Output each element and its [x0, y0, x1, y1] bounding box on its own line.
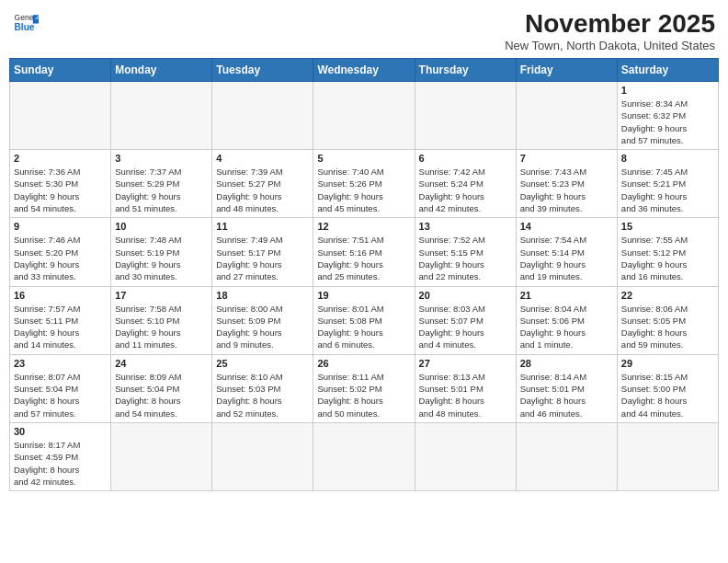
day-number: 7 [520, 153, 613, 164]
day-info: Sunrise: 7:49 AMSunset: 5:17 PMDaylight:… [216, 234, 309, 282]
calendar-cell: 24Sunrise: 8:09 AMSunset: 5:04 PMDayligh… [111, 354, 212, 422]
calendar-cell: 17Sunrise: 7:58 AMSunset: 5:10 PMDayligh… [111, 286, 212, 354]
calendar-cell: 30Sunrise: 8:17 AMSunset: 4:59 PMDayligh… [10, 422, 111, 490]
day-info: Sunrise: 7:36 AMSunset: 5:30 PMDaylight:… [14, 166, 107, 214]
day-info: Sunrise: 7:58 AMSunset: 5:10 PMDaylight:… [115, 303, 208, 351]
day-info: Sunrise: 7:55 AMSunset: 5:12 PMDaylight:… [621, 234, 714, 282]
calendar-cell: 5Sunrise: 7:40 AMSunset: 5:26 PMDaylight… [313, 150, 415, 218]
calendar-cell: 13Sunrise: 7:52 AMSunset: 5:15 PMDayligh… [415, 218, 516, 286]
day-number: 28 [520, 358, 613, 369]
calendar-cell [111, 82, 212, 150]
calendar-cell [212, 82, 313, 150]
page-header: General Blue November 2025 New Town, Nor… [9, 9, 719, 52]
day-number: 15 [621, 221, 714, 232]
calendar-cell: 1Sunrise: 8:34 AMSunset: 6:32 PMDaylight… [617, 82, 718, 150]
day-number: 12 [317, 221, 410, 232]
day-number: 6 [419, 153, 512, 164]
day-number: 13 [419, 221, 512, 232]
calendar-cell [111, 422, 212, 490]
weekday-header-row: SundayMondayTuesdayWednesdayThursdayFrid… [10, 59, 719, 82]
day-number: 5 [317, 153, 410, 164]
day-number: 10 [115, 221, 208, 232]
calendar-cell [313, 422, 415, 490]
day-number: 2 [14, 153, 107, 164]
calendar-cell: 2Sunrise: 7:36 AMSunset: 5:30 PMDaylight… [10, 150, 111, 218]
calendar-cell [313, 82, 415, 150]
day-number: 18 [216, 290, 309, 301]
calendar-cell [516, 82, 617, 150]
calendar-cell: 25Sunrise: 8:10 AMSunset: 5:03 PMDayligh… [212, 354, 313, 422]
day-number: 14 [520, 221, 613, 232]
weekday-header-friday: Friday [516, 59, 617, 82]
calendar-cell: 7Sunrise: 7:43 AMSunset: 5:23 PMDaylight… [516, 150, 617, 218]
weekday-header-saturday: Saturday [617, 59, 718, 82]
calendar-cell: 28Sunrise: 8:14 AMSunset: 5:01 PMDayligh… [516, 354, 617, 422]
weekday-header-sunday: Sunday [10, 59, 111, 82]
calendar-cell [415, 422, 516, 490]
calendar-cell: 6Sunrise: 7:42 AMSunset: 5:24 PMDaylight… [415, 150, 516, 218]
calendar-week-row: 9Sunrise: 7:46 AMSunset: 5:20 PMDaylight… [10, 218, 719, 286]
day-number: 24 [115, 358, 208, 369]
calendar-table: SundayMondayTuesdayWednesdayThursdayFrid… [9, 58, 719, 491]
day-number: 21 [520, 290, 613, 301]
weekday-header-monday: Monday [111, 59, 212, 82]
day-number: 1 [621, 85, 714, 96]
calendar-cell [516, 422, 617, 490]
calendar-cell: 12Sunrise: 7:51 AMSunset: 5:16 PMDayligh… [313, 218, 415, 286]
day-info: Sunrise: 7:52 AMSunset: 5:15 PMDaylight:… [419, 234, 512, 282]
day-number: 4 [216, 153, 309, 164]
day-info: Sunrise: 8:14 AMSunset: 5:01 PMDaylight:… [520, 371, 613, 419]
month-title: November 2025 [505, 9, 715, 39]
day-info: Sunrise: 8:10 AMSunset: 5:03 PMDaylight:… [216, 371, 309, 419]
day-number: 23 [14, 358, 107, 369]
calendar-cell: 18Sunrise: 8:00 AMSunset: 5:09 PMDayligh… [212, 286, 313, 354]
day-number: 16 [14, 290, 107, 301]
calendar-cell [212, 422, 313, 490]
day-number: 9 [14, 221, 107, 232]
calendar-cell: 19Sunrise: 8:01 AMSunset: 5:08 PMDayligh… [313, 286, 415, 354]
day-info: Sunrise: 8:09 AMSunset: 5:04 PMDaylight:… [115, 371, 208, 419]
day-info: Sunrise: 8:01 AMSunset: 5:08 PMDaylight:… [317, 303, 410, 351]
day-number: 17 [115, 290, 208, 301]
calendar-week-row: 16Sunrise: 7:57 AMSunset: 5:11 PMDayligh… [10, 286, 719, 354]
day-number: 26 [317, 358, 410, 369]
calendar-cell: 26Sunrise: 8:11 AMSunset: 5:02 PMDayligh… [313, 354, 415, 422]
calendar-cell: 8Sunrise: 7:45 AMSunset: 5:21 PMDaylight… [617, 150, 718, 218]
day-number: 30 [14, 426, 107, 437]
day-info: Sunrise: 8:04 AMSunset: 5:06 PMDaylight:… [520, 303, 613, 351]
calendar-cell: 16Sunrise: 7:57 AMSunset: 5:11 PMDayligh… [10, 286, 111, 354]
calendar-cell: 23Sunrise: 8:07 AMSunset: 5:04 PMDayligh… [10, 354, 111, 422]
weekday-header-tuesday: Tuesday [212, 59, 313, 82]
day-number: 27 [419, 358, 512, 369]
calendar-cell: 11Sunrise: 7:49 AMSunset: 5:17 PMDayligh… [212, 218, 313, 286]
day-number: 25 [216, 358, 309, 369]
calendar-cell: 21Sunrise: 8:04 AMSunset: 5:06 PMDayligh… [516, 286, 617, 354]
day-info: Sunrise: 7:37 AMSunset: 5:29 PMDaylight:… [115, 166, 208, 214]
calendar-week-row: 2Sunrise: 7:36 AMSunset: 5:30 PMDaylight… [10, 150, 719, 218]
calendar-cell [415, 82, 516, 150]
calendar-cell: 4Sunrise: 7:39 AMSunset: 5:27 PMDaylight… [212, 150, 313, 218]
calendar-cell: 27Sunrise: 8:13 AMSunset: 5:01 PMDayligh… [415, 354, 516, 422]
day-info: Sunrise: 8:03 AMSunset: 5:07 PMDaylight:… [419, 303, 512, 351]
day-info: Sunrise: 8:06 AMSunset: 5:05 PMDaylight:… [621, 303, 714, 351]
day-info: Sunrise: 8:13 AMSunset: 5:01 PMDaylight:… [419, 371, 512, 419]
calendar-week-row: 1Sunrise: 8:34 AMSunset: 6:32 PMDaylight… [10, 82, 719, 150]
calendar-cell: 20Sunrise: 8:03 AMSunset: 5:07 PMDayligh… [415, 286, 516, 354]
calendar-cell [617, 422, 718, 490]
calendar-cell: 14Sunrise: 7:54 AMSunset: 5:14 PMDayligh… [516, 218, 617, 286]
day-number: 22 [621, 290, 714, 301]
day-number: 8 [621, 153, 714, 164]
calendar-cell: 22Sunrise: 8:06 AMSunset: 5:05 PMDayligh… [617, 286, 718, 354]
calendar-cell: 9Sunrise: 7:46 AMSunset: 5:20 PMDaylight… [10, 218, 111, 286]
day-info: Sunrise: 8:11 AMSunset: 5:02 PMDaylight:… [317, 371, 410, 419]
day-info: Sunrise: 8:15 AMSunset: 5:00 PMDaylight:… [621, 371, 714, 419]
day-info: Sunrise: 7:43 AMSunset: 5:23 PMDaylight:… [520, 166, 613, 214]
day-info: Sunrise: 7:57 AMSunset: 5:11 PMDaylight:… [14, 303, 107, 351]
day-info: Sunrise: 7:48 AMSunset: 5:19 PMDaylight:… [115, 234, 208, 282]
calendar-week-row: 23Sunrise: 8:07 AMSunset: 5:04 PMDayligh… [10, 354, 719, 422]
day-number: 29 [621, 358, 714, 369]
svg-text:Blue: Blue [15, 22, 35, 32]
day-info: Sunrise: 7:51 AMSunset: 5:16 PMDaylight:… [317, 234, 410, 282]
day-info: Sunrise: 7:40 AMSunset: 5:26 PMDaylight:… [317, 166, 410, 214]
location: New Town, North Dakota, United States [505, 39, 715, 52]
